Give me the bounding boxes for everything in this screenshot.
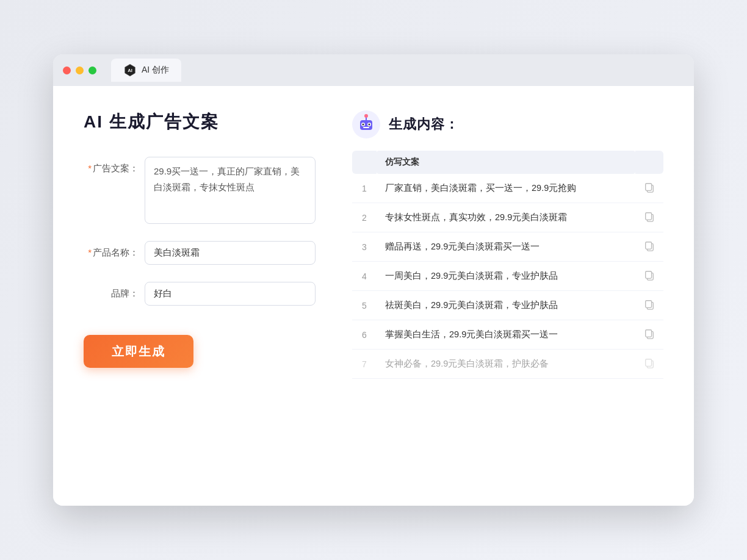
copy-button[interactable] bbox=[635, 291, 663, 320]
svg-rect-10 bbox=[363, 127, 369, 128]
copy-button[interactable] bbox=[635, 174, 663, 203]
row-text: 女神必备，29.9元美白淡斑霜，护肤必备 bbox=[377, 350, 635, 379]
submit-button-wrapper: 立即生成 bbox=[84, 323, 316, 368]
table-row: 7女神必备，29.9元美白淡斑霜，护肤必备 bbox=[352, 350, 663, 379]
browser-window: AI AI 创作 AI 生成广告文案 *广告文案： 29.9买一送一，真正的厂家… bbox=[53, 54, 694, 506]
required-star-1: * bbox=[88, 163, 92, 173]
traffic-light-green[interactable] bbox=[88, 66, 96, 74]
table-row: 6掌握美白生活，29.9元美白淡斑霜买一送一 bbox=[352, 320, 663, 350]
svg-rect-20 bbox=[646, 301, 652, 308]
row-number: 6 bbox=[352, 320, 377, 350]
col-header-action bbox=[635, 151, 663, 174]
row-number: 2 bbox=[352, 203, 377, 232]
row-number: 5 bbox=[352, 291, 377, 320]
brand-input[interactable] bbox=[145, 282, 316, 306]
left-panel: AI 生成广告文案 *广告文案： 29.9买一送一，真正的厂家直销，美白淡斑霜，… bbox=[84, 110, 316, 481]
right-panel: 生成内容： 仿写文案 1厂家直销，美白淡斑霜，买一送一，29.9元抢购2专抹女性… bbox=[352, 110, 663, 481]
svg-rect-12 bbox=[646, 184, 652, 191]
page-title: AI 生成广告文案 bbox=[84, 110, 316, 134]
svg-rect-16 bbox=[646, 242, 652, 249]
svg-text:AI: AI bbox=[128, 68, 132, 73]
traffic-lights bbox=[63, 66, 96, 74]
form-group-ad-copy: *广告文案： 29.9买一送一，真正的厂家直销，美白淡斑霜，专抹女性斑点 bbox=[84, 157, 316, 224]
label-brand: 品牌： bbox=[84, 282, 139, 300]
row-number: 3 bbox=[352, 232, 377, 262]
submit-button[interactable]: 立即生成 bbox=[84, 335, 193, 368]
right-title: 生成内容： bbox=[389, 115, 459, 134]
required-star-2: * bbox=[88, 247, 92, 257]
row-number: 7 bbox=[352, 350, 377, 379]
browser-titlebar: AI AI 创作 bbox=[53, 54, 694, 86]
robot-icon bbox=[352, 110, 380, 138]
row-text: 专抹女性斑点，真实功效，29.9元美白淡斑霜 bbox=[377, 203, 635, 232]
col-header-text: 仿写文案 bbox=[377, 151, 635, 174]
product-name-input[interactable] bbox=[145, 241, 316, 265]
table-row: 4一周美白，29.9元美白淡斑霜，专业护肤品 bbox=[352, 262, 663, 291]
svg-point-5 bbox=[364, 114, 368, 118]
copy-button[interactable] bbox=[635, 350, 663, 379]
svg-point-8 bbox=[363, 124, 364, 126]
copy-button[interactable] bbox=[635, 232, 663, 262]
row-text: 厂家直销，美白淡斑霜，买一送一，29.9元抢购 bbox=[377, 174, 635, 203]
svg-rect-18 bbox=[646, 271, 652, 279]
label-product-name: *产品名称： bbox=[84, 241, 139, 259]
row-text: 赠品再送，29.9元美白淡斑霜买一送一 bbox=[377, 232, 635, 262]
row-text: 一周美白，29.9元美白淡斑霜，专业护肤品 bbox=[377, 262, 635, 291]
row-number: 1 bbox=[352, 174, 377, 203]
copy-button[interactable] bbox=[635, 320, 663, 350]
copy-button[interactable] bbox=[635, 203, 663, 232]
traffic-light-red[interactable] bbox=[63, 66, 71, 74]
ad-copy-textarea[interactable]: 29.9买一送一，真正的厂家直销，美白淡斑霜，专抹女性斑点 bbox=[145, 157, 316, 224]
row-number: 4 bbox=[352, 262, 377, 291]
svg-rect-14 bbox=[646, 213, 652, 220]
row-text: 祛斑美白，29.9元美白淡斑霜，专业护肤品 bbox=[377, 291, 635, 320]
browser-tab[interactable]: AI AI 创作 bbox=[111, 59, 181, 82]
table-row: 5祛斑美白，29.9元美白淡斑霜，专业护肤品 bbox=[352, 291, 663, 320]
browser-tab-label: AI 创作 bbox=[142, 65, 169, 76]
table-header-row: 仿写文案 bbox=[352, 151, 663, 174]
label-ad-copy: *广告文案： bbox=[84, 157, 139, 174]
table-row: 3赠品再送，29.9元美白淡斑霜买一送一 bbox=[352, 232, 663, 262]
form-group-brand: 品牌： bbox=[84, 282, 316, 306]
row-text: 掌握美白生活，29.9元美白淡斑霜买一送一 bbox=[377, 320, 635, 350]
form-group-product-name: *产品名称： bbox=[84, 241, 316, 265]
col-header-num bbox=[352, 151, 377, 174]
results-table: 仿写文案 1厂家直销，美白淡斑霜，买一送一，29.9元抢购2专抹女性斑点，真实功… bbox=[352, 151, 663, 379]
table-row: 2专抹女性斑点，真实功效，29.9元美白淡斑霜 bbox=[352, 203, 663, 232]
table-row: 1厂家直销，美白淡斑霜，买一送一，29.9元抢购 bbox=[352, 174, 663, 203]
traffic-light-yellow[interactable] bbox=[76, 66, 84, 74]
right-header: 生成内容： bbox=[352, 110, 663, 138]
svg-rect-22 bbox=[646, 330, 652, 337]
browser-content: AI 生成广告文案 *广告文案： 29.9买一送一，真正的厂家直销，美白淡斑霜，… bbox=[53, 86, 694, 506]
ai-tab-icon: AI bbox=[123, 63, 137, 77]
copy-button[interactable] bbox=[635, 262, 663, 291]
svg-point-9 bbox=[369, 124, 370, 126]
svg-rect-24 bbox=[646, 359, 652, 367]
